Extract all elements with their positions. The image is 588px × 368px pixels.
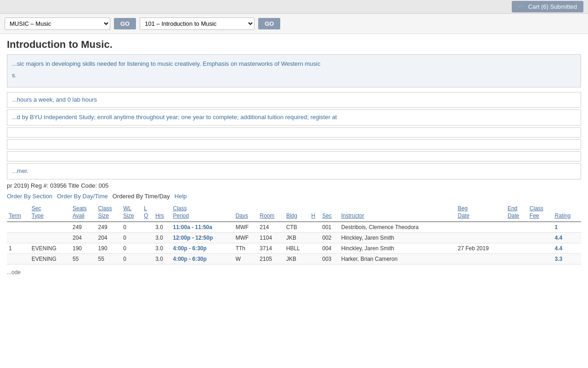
cell-room: 214 xyxy=(258,222,284,233)
cell-class-size: 55 xyxy=(96,254,122,264)
th-seats-avail: SeatsAvail xyxy=(71,203,96,222)
cell-instructor: Harker, Brian Cameron xyxy=(339,254,456,264)
description-box: ...sic majors in developing skills neede… xyxy=(7,54,581,87)
cell-rating[interactable]: 4.4 xyxy=(553,233,581,243)
cell-beg-date: 27 Feb 2019 xyxy=(456,243,506,254)
summary-line: ...mer. xyxy=(12,167,28,174)
class-period-link[interactable]: 4:00p - 6:30p xyxy=(173,256,207,262)
th-class-period: ClassPeriod xyxy=(171,203,234,222)
help-link[interactable]: Help xyxy=(175,193,187,200)
th-days-link[interactable]: Days xyxy=(236,213,248,219)
cell-wl-size: 0 xyxy=(121,233,142,243)
th-end-date-link[interactable]: EndDate xyxy=(508,205,519,219)
reg-info: pr 2019) Reg #: 03956 Title Code: 005 xyxy=(7,182,581,189)
th-room: Room xyxy=(258,203,284,222)
cell-sec: 003 xyxy=(321,254,339,264)
cell-instructor: Destribois, Clemence Theodora xyxy=(339,222,456,233)
th-class-fee-link[interactable]: ClassFee xyxy=(530,205,543,219)
th-rating-link[interactable]: Rating xyxy=(554,213,571,219)
th-term-link[interactable]: Term xyxy=(9,213,21,219)
cell-term xyxy=(7,233,30,243)
th-days: Days xyxy=(234,203,258,222)
cell-rating[interactable]: 1 xyxy=(553,222,581,233)
th-lq-link[interactable]: LQ xyxy=(144,205,148,219)
th-class-size-link[interactable]: ClassSize xyxy=(98,205,112,219)
cell-end-date xyxy=(506,243,528,254)
cell-h xyxy=(310,254,321,264)
cell-room: 2105 xyxy=(258,254,284,264)
th-beg-date-link[interactable]: BegDate xyxy=(458,205,469,219)
controls-bar: MUSIC – Music GO 101 – Introduction to M… xyxy=(0,14,588,34)
th-bldg: Bldg xyxy=(284,203,310,222)
th-bldg-link[interactable]: Bldg xyxy=(286,213,297,219)
rating-link[interactable]: 1 xyxy=(554,224,558,230)
th-sec-link[interactable]: Sec xyxy=(322,213,332,219)
cart-icon: 🛒 xyxy=(518,3,526,10)
th-term: Term xyxy=(7,203,30,222)
cell-seats-avail: 204 xyxy=(71,233,96,243)
empty-box-1 xyxy=(7,127,581,138)
cell-class-period[interactable]: 12:00p - 12:50p xyxy=(171,233,234,243)
cell-rating[interactable]: 3.3 xyxy=(553,254,581,264)
cell-class-fee xyxy=(528,243,553,254)
class-period-link[interactable]: 4:00p - 6:30p xyxy=(173,245,207,252)
rating-link[interactable]: 3.3 xyxy=(554,256,562,262)
cell-end-date xyxy=(506,254,528,264)
th-sec: Sec xyxy=(321,203,339,222)
hours-line: ...hours a week, and 0 lab hours xyxy=(12,96,97,103)
th-h-link[interactable]: H xyxy=(311,213,316,219)
cell-wl-size: 0 xyxy=(121,243,142,254)
cell-seats-avail: 249 xyxy=(71,222,96,233)
empty-box-3 xyxy=(7,151,581,161)
th-wl-size-link[interactable]: WLSize xyxy=(123,205,134,219)
cart-label: Cart (6) Submitted xyxy=(528,3,577,10)
th-hrs-link[interactable]: Hrs xyxy=(155,213,164,219)
rating-link[interactable]: 4.4 xyxy=(554,235,562,241)
cell-class-period[interactable]: 4:00p - 6:30p xyxy=(171,243,234,254)
cell-room: 1104 xyxy=(258,233,284,243)
th-instructor-link[interactable]: Instructor xyxy=(341,213,364,219)
class-period-link[interactable]: 11:00a - 11:50a xyxy=(173,224,212,230)
cell-end-date xyxy=(506,222,528,233)
cell-instructor: Hinckley, Jaren Smith xyxy=(339,243,456,254)
cell-class-period[interactable]: 4:00p - 6:30p xyxy=(171,254,234,264)
cell-bldg: JKB xyxy=(284,233,310,243)
dept-go-button[interactable]: GO xyxy=(114,18,136,29)
desc-line-1: ...sic majors in developing skills neede… xyxy=(12,59,576,69)
th-seats-avail-link[interactable]: SeatsAvail xyxy=(73,205,87,219)
cell-h xyxy=(310,233,321,243)
rating-link[interactable]: 4.4 xyxy=(554,245,562,252)
desc-line-2: s. xyxy=(12,71,576,80)
cell-days: TTh xyxy=(234,243,258,254)
class-period-link[interactable]: 12:00p - 12:50p xyxy=(173,235,213,241)
th-beg-date: BegDate xyxy=(456,203,506,222)
cell-rating[interactable]: 4.4 xyxy=(553,243,581,254)
department-select[interactable]: MUSIC – Music xyxy=(5,17,110,30)
cart-button[interactable]: 🛒 Cart (6) Submitted xyxy=(512,1,583,12)
cell-wl-size: 0 xyxy=(121,254,142,264)
cell-class-fee xyxy=(528,222,553,233)
th-hrs: Hrs xyxy=(153,203,171,222)
cell-term xyxy=(7,222,30,233)
cell-lq xyxy=(142,222,153,233)
course-go-button[interactable]: GO xyxy=(258,18,280,29)
order-by-day-time-link[interactable]: Order By Day/Time xyxy=(57,193,108,200)
cell-days: W xyxy=(234,254,258,264)
th-end-date: EndDate xyxy=(506,203,528,222)
order-links: Order By Section Order By Day/Time Order… xyxy=(7,193,581,200)
cell-bldg: HBLL xyxy=(284,243,310,254)
course-select[interactable]: 101 – Introduction to Music xyxy=(140,17,254,30)
top-bar: 🛒 Cart (6) Submitted xyxy=(0,0,588,14)
th-room-link[interactable]: Room xyxy=(260,213,274,219)
cell-wl-size: 0 xyxy=(121,222,142,233)
cell-class-period[interactable]: 11:00a - 11:50a xyxy=(171,222,234,233)
th-class-period-link[interactable]: ClassPeriod xyxy=(173,205,189,219)
empty-box-2 xyxy=(7,139,581,150)
course-title: Introduction to Music. xyxy=(7,39,581,51)
cell-beg-date xyxy=(456,222,506,233)
cell-hrs: 3.0 xyxy=(153,254,171,264)
cell-hrs: 3.0 xyxy=(153,233,171,243)
summary-box: ...mer. xyxy=(7,163,581,179)
th-sec-type-link[interactable]: SecType xyxy=(32,205,44,219)
order-by-section-link[interactable]: Order By Section xyxy=(7,193,52,200)
